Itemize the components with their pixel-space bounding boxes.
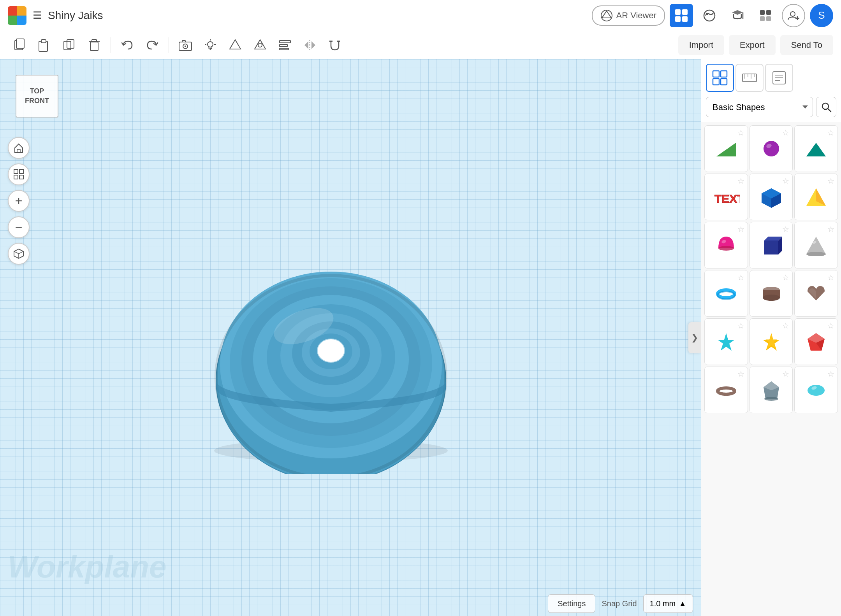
paste-button[interactable] <box>33 33 56 57</box>
avatar-button[interactable]: S <box>810 4 833 27</box>
star-pink-half-sphere[interactable]: ☆ <box>737 225 744 234</box>
star-green-ramp[interactable]: ☆ <box>737 128 744 137</box>
shape-dark-box[interactable]: ☆ <box>750 222 793 269</box>
svg-rect-45 <box>17 149 20 153</box>
magnet-icon <box>328 38 342 52</box>
panel-collapse-handle[interactable]: ❯ <box>688 322 701 353</box>
shape-gold-star[interactable]: ☆ <box>750 318 793 365</box>
svg-point-13 <box>790 12 795 16</box>
star-gray-gem2[interactable]: ☆ <box>782 369 789 379</box>
import-button[interactable]: Import <box>678 35 724 55</box>
tab-ruler[interactable] <box>735 64 764 92</box>
home-view-button[interactable] <box>8 137 30 159</box>
gallery-button[interactable] <box>698 4 721 27</box>
star-blue-torus[interactable]: ☆ <box>737 273 744 282</box>
shape-bronze-ring[interactable]: ☆ <box>704 367 748 413</box>
fit-view-button[interactable] <box>8 163 30 185</box>
bronze-ring-icon <box>714 379 738 401</box>
shape-tool-button[interactable] <box>223 33 247 57</box>
star-blue-cube[interactable]: ☆ <box>782 176 789 186</box>
copy-button[interactable] <box>8 33 31 57</box>
tinkercad-logo[interactable] <box>8 6 26 25</box>
align-button[interactable] <box>273 33 297 57</box>
star-teal-wedge[interactable]: ☆ <box>827 128 834 137</box>
viewport[interactable]: TOP FRONT + <box>0 59 701 616</box>
shape-brown-heart[interactable]: ☆ <box>794 270 838 317</box>
toolbar-separator-2 <box>169 37 169 53</box>
magnet-button[interactable] <box>323 33 347 57</box>
zoom-in-button[interactable]: + <box>8 190 30 212</box>
yellow-pyramid-icon <box>804 186 828 208</box>
learn-button[interactable] <box>726 4 749 27</box>
nav-right: AR Viewer <box>592 4 833 27</box>
svg-point-114 <box>718 388 735 394</box>
shape-gray-cone[interactable]: ☆ <box>794 222 838 269</box>
grid-tab-icon <box>712 70 728 86</box>
svg-marker-41 <box>304 41 308 49</box>
svg-point-117 <box>764 397 778 401</box>
shape-blue-cube[interactable]: ☆ <box>750 174 793 220</box>
fit-view-icon <box>13 169 24 180</box>
shape-brown-cylinder[interactable]: ☆ <box>750 270 793 317</box>
delete-button[interactable] <box>83 33 106 57</box>
shape-text3d[interactable]: ☆ TEXT <box>704 174 748 220</box>
star-brown-cylinder[interactable]: ☆ <box>782 273 789 282</box>
shape-cyan-star[interactable]: ☆ <box>704 318 748 365</box>
star-cyan-star[interactable]: ☆ <box>737 321 744 330</box>
shapes-grid: ☆ ☆ ☆ <box>701 122 841 616</box>
shapes-row-4: ☆ ☆ ☆ <box>704 318 838 365</box>
shape-teal-wedge[interactable]: ☆ <box>794 125 838 172</box>
snap-grid-label: Snap Grid <box>602 599 637 608</box>
duplicate-button[interactable] <box>58 33 81 57</box>
shape-dropdown[interactable]: Basic Shapes Text & Numbers Featured Com… <box>706 97 813 117</box>
svg-marker-84 <box>716 143 736 156</box>
undo-button[interactable] <box>116 33 139 57</box>
shape-teal-lens[interactable]: ☆ <box>794 367 838 413</box>
export-button[interactable]: Export <box>729 35 776 55</box>
star-purple-sphere[interactable]: ☆ <box>782 128 789 137</box>
ar-viewer-button[interactable]: AR Viewer <box>592 5 665 26</box>
shape-search-button[interactable] <box>816 97 836 117</box>
grid-view-button[interactable] <box>670 4 693 27</box>
send-to-button[interactable]: Send To <box>780 35 833 55</box>
settings-button[interactable]: Settings <box>548 594 595 613</box>
tab-grid[interactable] <box>706 64 734 92</box>
mirror-button[interactable] <box>298 33 322 57</box>
star-text3d[interactable]: ☆ <box>737 176 744 186</box>
star-teal-lens[interactable]: ☆ <box>827 369 834 379</box>
gallery-icon <box>702 9 716 23</box>
snap-grid-selector[interactable]: 1.0 mm ▲ <box>643 594 693 613</box>
svg-rect-37 <box>280 40 290 43</box>
shape-blue-torus[interactable]: ☆ <box>704 270 748 317</box>
star-yellow-pyramid[interactable]: ☆ <box>827 176 834 186</box>
menu-button[interactable]: ☰ <box>33 9 42 21</box>
view-cube-button[interactable] <box>8 243 30 265</box>
shape-green-ramp[interactable]: ☆ <box>704 125 748 172</box>
tab-notes[interactable] <box>765 64 793 92</box>
shape-red-gem[interactable]: ☆ <box>794 318 838 365</box>
zoom-out-button[interactable]: − <box>8 216 30 238</box>
shape-gray-gem2[interactable]: ☆ <box>750 367 793 413</box>
shape-tool2-button[interactable] <box>248 33 272 57</box>
light-button[interactable] <box>199 33 222 57</box>
add-user-button[interactable] <box>782 4 805 27</box>
camera-button[interactable] <box>174 33 197 57</box>
star-gold-star[interactable]: ☆ <box>782 321 789 330</box>
svg-rect-28 <box>182 40 185 42</box>
3d-view-icon <box>13 248 24 259</box>
navigation-cube[interactable]: TOP FRONT <box>16 75 58 118</box>
blocks-button[interactable] <box>754 4 777 27</box>
redo-button[interactable] <box>141 33 164 57</box>
brown-heart-icon <box>804 283 828 304</box>
teal-lens-icon <box>804 379 828 401</box>
star-brown-heart[interactable]: ☆ <box>827 273 834 282</box>
shape-yellow-pyramid[interactable]: ☆ <box>794 174 838 220</box>
star-red-gem[interactable]: ☆ <box>827 321 834 330</box>
star-dark-box[interactable]: ☆ <box>782 225 789 234</box>
shape-pink-half-sphere[interactable]: ☆ <box>704 222 748 269</box>
star-bronze-ring[interactable]: ☆ <box>737 369 744 379</box>
star-gray-cone[interactable]: ☆ <box>827 225 834 234</box>
navbar: ☰ Shiny Jaiks AR Viewer <box>0 0 841 31</box>
svg-rect-39 <box>280 48 289 50</box>
shape-purple-sphere[interactable]: ☆ <box>750 125 793 172</box>
